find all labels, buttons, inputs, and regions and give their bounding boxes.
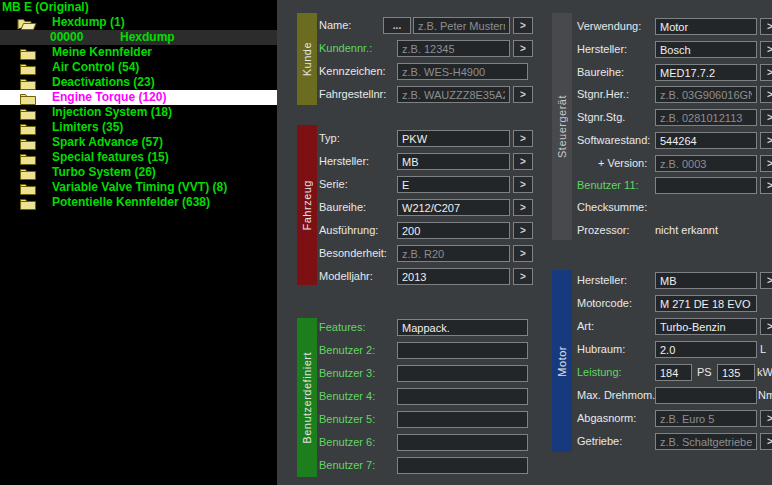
- prozessor-value: nicht erkannt: [655, 222, 718, 239]
- besonderheit-input[interactable]: [397, 245, 510, 262]
- stgnr-her-arrow-button[interactable]: >: [760, 86, 772, 103]
- max-drehmoment-unit: Nm: [758, 387, 772, 404]
- softwarestand-label: Softwarestand:: [577, 132, 650, 149]
- version-arrow-button[interactable]: >: [760, 155, 772, 172]
- steuergeraet-hersteller-input[interactable]: [655, 41, 757, 58]
- abgasnorm-label: Abgasnorm:: [577, 410, 636, 427]
- stgnr-her-row: Stgnr.Her.: >: [0, 86, 772, 103]
- getriebe-row: Getriebe: >: [0, 433, 772, 450]
- steuergeraet-baureihe-arrow-button[interactable]: >: [760, 64, 772, 81]
- version-label: + Version:: [598, 155, 647, 172]
- art-row: Art: >: [0, 318, 772, 335]
- leistung-kw-unit: kW: [757, 364, 772, 381]
- motorcode-label: Motorcode:: [577, 295, 632, 312]
- steuergeraet-hersteller-row: Hersteller: >: [0, 41, 772, 58]
- leistung-row: Leistung: PS kW: [0, 364, 772, 381]
- stgnr-stg-label: Stgnr.Stg.: [577, 109, 625, 126]
- verwendung-input[interactable]: [655, 18, 757, 35]
- motor-hersteller-input[interactable]: [655, 272, 757, 289]
- checksumme-row: Checksumme:: [0, 199, 772, 216]
- stgnr-her-label: Stgnr.Her.:: [577, 86, 629, 103]
- version-input[interactable]: [655, 155, 757, 172]
- leistung-label: Leistung:: [577, 364, 622, 381]
- benutzer11-row: Benutzer 11: >: [0, 177, 772, 194]
- ecu-project-properties-window: { "colors":{ "tree_bg":"#000000","tree_t…: [0, 0, 772, 485]
- softwarestand-row: Softwarestand: >: [0, 132, 772, 149]
- besonderheit-label: Besonderheit:: [319, 245, 387, 262]
- stgnr-stg-arrow-button[interactable]: >: [760, 109, 772, 126]
- besonderheit-row: Besonderheit: >: [0, 245, 772, 262]
- benutzer7-input[interactable]: [397, 457, 528, 474]
- motorcode-input[interactable]: [655, 295, 757, 312]
- steuergeraet-baureihe-row: Baureihe: >: [0, 64, 772, 81]
- hubraum-input[interactable]: [655, 341, 757, 358]
- art-input[interactable]: [655, 318, 757, 335]
- hubraum-row: Hubraum: L: [0, 341, 772, 358]
- steuergeraet-hersteller-label: Hersteller:: [577, 41, 627, 58]
- motor-hersteller-row: Hersteller: >: [0, 272, 772, 289]
- leistung-ps-input[interactable]: [655, 364, 692, 381]
- softwarestand-input[interactable]: [655, 132, 757, 149]
- benutzer11-label: Benutzer 11:: [577, 177, 639, 194]
- benutzer7-label: Benutzer 7:: [319, 457, 375, 474]
- prozessor-row: Prozessor: nicht erkannt: [0, 222, 772, 239]
- steuergeraet-hersteller-arrow-button[interactable]: >: [760, 41, 772, 58]
- stgnr-stg-input[interactable]: [655, 109, 757, 126]
- art-arrow-button[interactable]: >: [760, 318, 772, 335]
- checksumme-label: Checksumme:: [577, 199, 647, 216]
- abgasnorm-arrow-button[interactable]: >: [760, 410, 772, 427]
- benutzer11-input[interactable]: [655, 177, 757, 194]
- steuergeraet-baureihe-label: Baureihe:: [577, 64, 624, 81]
- softwarestand-arrow-button[interactable]: >: [760, 132, 772, 149]
- art-label: Art:: [577, 318, 594, 335]
- abgasnorm-row: Abgasnorm: >: [0, 410, 772, 427]
- leistung-kw-input[interactable]: [717, 364, 755, 381]
- stgnr-stg-row: Stgnr.Stg. >: [0, 109, 772, 126]
- hubraum-unit: L: [760, 341, 766, 358]
- verwendung-row: Verwendung: >: [0, 18, 772, 35]
- motorcode-row: Motorcode:: [0, 295, 772, 312]
- getriebe-arrow-button[interactable]: >: [760, 433, 772, 450]
- max-drehmoment-input[interactable]: [655, 387, 757, 404]
- steuergeraet-baureihe-input[interactable]: [655, 64, 757, 81]
- stgnr-her-input[interactable]: [655, 86, 757, 103]
- besonderheit-arrow-button[interactable]: >: [513, 245, 533, 262]
- benutzer11-arrow-button[interactable]: >: [760, 177, 772, 194]
- max-drehmoment-label: Max. Drehmom.: [577, 387, 655, 404]
- abgasnorm-input[interactable]: [655, 410, 757, 427]
- leistung-ps-unit: PS: [697, 364, 712, 381]
- tree-root-item[interactable]: MB E (Original): [0, 0, 277, 15]
- motor-hersteller-label: Hersteller:: [577, 272, 627, 289]
- motor-hersteller-arrow-button[interactable]: >: [760, 272, 772, 289]
- max-drehmoment-row: Max. Drehmom. Nm: [0, 387, 772, 404]
- getriebe-input[interactable]: [655, 433, 757, 450]
- hubraum-label: Hubraum:: [577, 341, 625, 358]
- verwendung-label: Verwendung:: [577, 18, 641, 35]
- tree-root-label: MB E (Original): [2, 0, 89, 15]
- benutzer7-row: Benutzer 7:: [0, 457, 772, 474]
- getriebe-label: Getriebe:: [577, 433, 622, 450]
- version-row: + Version: >: [0, 155, 772, 172]
- prozessor-label: Prozessor:: [577, 222, 630, 239]
- verwendung-arrow-button[interactable]: >: [760, 18, 772, 35]
